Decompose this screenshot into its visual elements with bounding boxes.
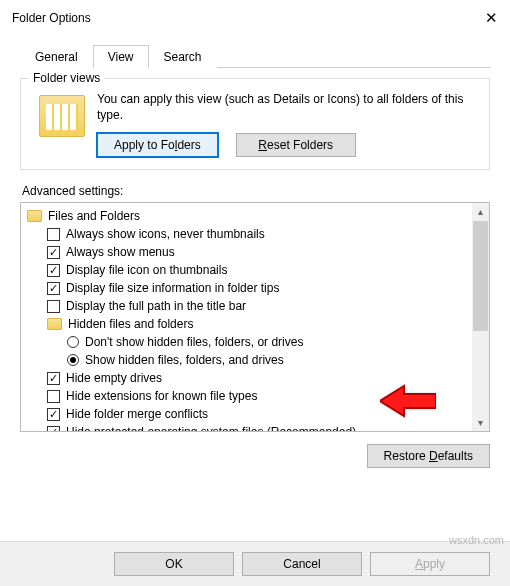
cancel-button[interactable]: Cancel [242, 552, 362, 576]
scroll-thumb[interactable] [473, 221, 488, 331]
tree-root: Files and Folders [23, 207, 470, 225]
checkbox-icon[interactable] [47, 426, 60, 432]
tab-panel-view: Folder views You can apply this view (su… [20, 68, 490, 468]
radio-icon[interactable] [67, 354, 79, 366]
reset-folders-button[interactable]: Reset Folders [236, 133, 356, 157]
scrollbar[interactable]: ▴ ▾ [472, 203, 489, 431]
folder-icon [47, 318, 62, 330]
folder-thumbs-icon [39, 95, 85, 137]
option-dont-show-hidden[interactable]: Don't show hidden files, folders, or dri… [23, 333, 470, 351]
folder-views-text: You can apply this view (such as Details… [97, 91, 477, 123]
advanced-settings-list: Files and Folders Always show icons, nev… [20, 202, 490, 432]
checkbox-icon[interactable] [47, 228, 60, 241]
tab-general[interactable]: General [20, 45, 93, 68]
option-hide-extensions[interactable]: Hide extensions for known file types [23, 387, 470, 405]
title-bar: Folder Options ✕ [0, 0, 510, 32]
close-icon[interactable]: ✕ [485, 9, 498, 27]
option-always-menus[interactable]: Always show menus [23, 243, 470, 261]
option-full-path-title[interactable]: Display the full path in the title bar [23, 297, 470, 315]
folder-views-label: Folder views [29, 71, 104, 85]
checkbox-icon[interactable] [47, 390, 60, 403]
apply-to-folders-button[interactable]: Apply to Folders [97, 133, 218, 157]
checkbox-icon[interactable] [47, 246, 60, 259]
restore-defaults-button[interactable]: Restore Defaults [367, 444, 490, 468]
folder-views-group: Folder views You can apply this view (su… [20, 78, 490, 170]
option-show-hidden[interactable]: Show hidden files, folders, and drives [23, 351, 470, 369]
option-file-size-tips[interactable]: Display file size information in folder … [23, 279, 470, 297]
checkbox-icon[interactable] [47, 282, 60, 295]
window-title: Folder Options [12, 11, 91, 25]
checkbox-icon[interactable] [47, 264, 60, 277]
scroll-up-icon[interactable]: ▴ [472, 203, 489, 220]
tab-search[interactable]: Search [149, 45, 217, 68]
advanced-list-inner: Files and Folders Always show icons, nev… [21, 203, 472, 431]
checkbox-icon[interactable] [47, 372, 60, 385]
tree-hidden-files: Hidden files and folders [23, 315, 470, 333]
ok-button[interactable]: OK [114, 552, 234, 576]
advanced-settings-label: Advanced settings: [22, 184, 488, 198]
option-hide-empty-drives[interactable]: Hide empty drives [23, 369, 470, 387]
option-hide-merge[interactable]: Hide folder merge conflicts [23, 405, 470, 423]
apply-button[interactable]: Apply [370, 552, 490, 576]
option-file-icon-thumb[interactable]: Display file icon on thumbnails [23, 261, 470, 279]
scroll-down-icon[interactable]: ▾ [472, 414, 489, 431]
radio-icon[interactable] [67, 336, 79, 348]
tab-view[interactable]: View [93, 45, 149, 68]
watermark-text: wsxdn.com [449, 534, 504, 546]
option-always-icons[interactable]: Always show icons, never thumbnails [23, 225, 470, 243]
option-hide-os-files[interactable]: Hide protected operating system files (R… [23, 423, 470, 431]
checkbox-icon[interactable] [47, 408, 60, 421]
dialog-button-row: OK Cancel Apply [0, 541, 510, 586]
checkbox-icon[interactable] [47, 300, 60, 313]
tab-strip: General View Search [20, 44, 490, 68]
folder-icon [27, 210, 42, 222]
